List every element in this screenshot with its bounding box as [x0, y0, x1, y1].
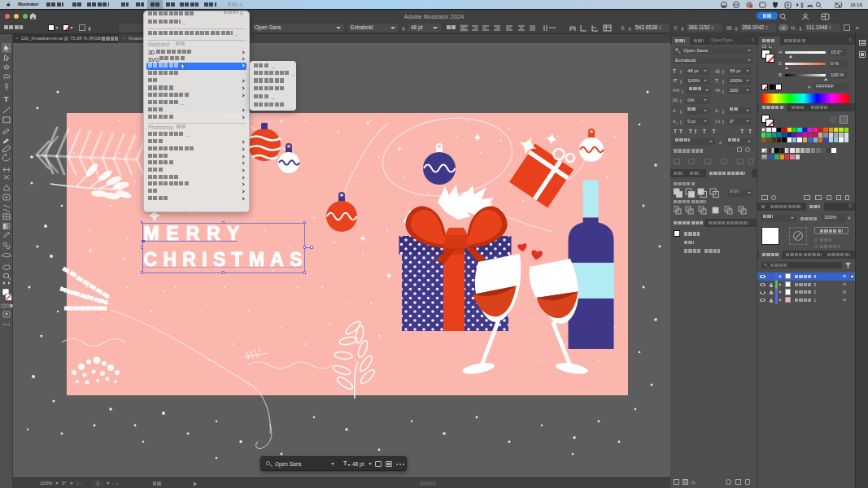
svg-text:T: T — [4, 96, 9, 103]
svg-text:A: A — [787, 2, 790, 7]
